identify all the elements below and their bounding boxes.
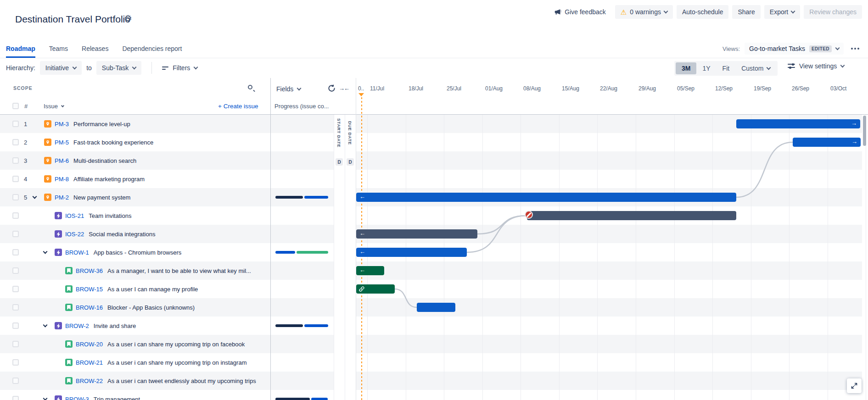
row-number: 2 [24, 139, 27, 146]
expand-chevron-icon[interactable] [43, 396, 48, 400]
row-number: 1 [24, 121, 27, 128]
issue-title: Blocker - App Basics (unknowns) [107, 304, 195, 311]
dependency-line-IOS-22-IOS-21 [477, 216, 527, 234]
issue-title: Team invitations [89, 212, 131, 219]
row-checkbox[interactable] [12, 304, 19, 311]
issue-row-BROW-3: BROW-3Trip management [0, 390, 270, 400]
gantt-bar-PM-3[interactable]: → [736, 119, 860, 128]
issue-title: As a user i can share my upcoming trip o… [107, 341, 245, 348]
issue-title: As a user i can tweet endlessly about my… [107, 378, 256, 384]
row-checkbox[interactable] [12, 194, 19, 200]
expand-chevron-icon[interactable] [33, 194, 37, 199]
row-checkbox[interactable] [12, 378, 19, 384]
continues-left-icon: ← [359, 267, 365, 273]
epic-icon [55, 230, 62, 238]
epic-icon [55, 249, 62, 256]
issue-key-link[interactable]: PM-6 [55, 157, 69, 164]
dependency-line-BROW-15-BROW-16 [395, 289, 417, 307]
issue-key-link[interactable]: PM-3 [55, 121, 69, 128]
issue-key-link[interactable]: BROW-3 [65, 396, 89, 400]
issue-key-link[interactable]: PM-5 [55, 139, 69, 146]
row-checkbox[interactable] [12, 267, 19, 274]
issue-key-link[interactable]: IOS-22 [65, 231, 84, 238]
epic-icon [55, 395, 62, 400]
progress-bar-segment [275, 196, 303, 199]
fullscreen-button[interactable] [847, 378, 862, 393]
story-icon [65, 285, 73, 293]
link-icon [358, 286, 365, 292]
continues-left-icon: ← [359, 193, 365, 200]
issue-row-BROW-22: BROW-22As a user i can tweet endlessly a… [0, 372, 270, 390]
issue-key-link[interactable]: BROW-16 [76, 304, 103, 311]
gantt-bar-PM-5[interactable]: → [793, 138, 861, 147]
row-checkbox[interactable] [12, 359, 19, 366]
blocked-sprint-icon[interactable] [525, 211, 533, 219]
row-checkbox[interactable] [12, 231, 19, 237]
row-checkbox[interactable] [12, 341, 19, 347]
progress-bar-segment [275, 324, 303, 327]
issue-row-BROW-36: BROW-36As a manager, I want to be able t… [0, 261, 270, 280]
issue-key-link[interactable]: PM-8 [55, 176, 69, 183]
issue-row-PM-8: 4PM-8Affiliate marketing program [0, 170, 270, 188]
progress-bar-segment [275, 251, 295, 254]
row-checkbox[interactable] [12, 139, 19, 145]
gantt-bar-BROW-15[interactable] [356, 284, 395, 294]
row-number: 5 [24, 194, 27, 201]
issue-title: Multi-destination search [73, 157, 136, 164]
gantt-bar-IOS-22[interactable]: ← [356, 229, 477, 239]
expand-chevron-icon[interactable] [43, 249, 48, 254]
row-checkbox[interactable] [12, 249, 19, 256]
issue-row-PM-3: 1PM-3Performance level-up [0, 115, 270, 133]
row-checkbox[interactable] [12, 396, 19, 400]
issue-key-link[interactable]: IOS-21 [65, 212, 84, 219]
progress-bar-segment [311, 398, 328, 400]
gantt-bar-BROW-1[interactable]: ← [356, 248, 467, 257]
dependency-line-PM-2-PM-5 [736, 142, 793, 197]
issue-key-link[interactable]: BROW-20 [76, 341, 103, 348]
gantt-bar-BROW-16[interactable] [417, 303, 455, 312]
story-icon [65, 377, 73, 384]
issue-key-link[interactable]: BROW-36 [76, 267, 103, 274]
issue-title: As a manager, I want to be able to view … [107, 267, 251, 274]
issue-row-BROW-21: BROW-21As a user i can share my upcoming… [0, 353, 270, 372]
initiative-icon [44, 120, 51, 128]
issue-key-link[interactable]: PM-2 [55, 194, 69, 201]
issue-title: Social media integrations [89, 231, 155, 238]
row-checkbox[interactable] [12, 176, 19, 182]
progress-bar-segment [297, 251, 328, 254]
issue-title: Trip management [94, 396, 140, 400]
progress-bar-segment [304, 196, 328, 199]
continues-right-icon: → [851, 138, 857, 145]
row-checkbox[interactable] [12, 121, 19, 127]
initiative-icon [44, 139, 51, 146]
row-checkbox[interactable] [12, 286, 19, 292]
advanced-roadmaps-app: Destination Travel Portfolio ⚙ Give feed… [0, 0, 868, 400]
issue-title: New payment system [73, 194, 130, 201]
story-icon [65, 359, 73, 366]
issue-title: As a user I can manage my profile [107, 286, 198, 293]
vertical-scrollbar[interactable] [863, 116, 866, 146]
story-icon [65, 340, 73, 348]
row-checkbox[interactable] [12, 322, 19, 329]
initiative-icon [44, 157, 51, 164]
row-number: 4 [24, 176, 27, 183]
row-checkbox[interactable] [12, 212, 19, 219]
gantt-bar-PM-2[interactable]: ← [356, 193, 736, 202]
expand-chevron-icon[interactable] [43, 322, 48, 327]
gantt-bar-IOS-21[interactable] [527, 211, 736, 220]
row-number: 3 [24, 157, 27, 164]
issue-key-link[interactable]: BROW-15 [76, 286, 103, 293]
issue-title: Affiliate marketing program [73, 176, 145, 183]
epic-icon [55, 322, 62, 329]
gantt-bar-BROW-36[interactable]: ← [356, 266, 384, 275]
progress-bar-segment [275, 398, 310, 400]
issue-key-link[interactable]: BROW-1 [65, 249, 89, 256]
row-checkbox[interactable] [12, 157, 19, 164]
issue-title: Performance level-up [73, 121, 130, 128]
issue-key-link[interactable]: BROW-2 [65, 322, 89, 329]
issue-row-PM-6: 3PM-6Multi-destination search [0, 151, 270, 170]
issue-key-link[interactable]: BROW-21 [76, 359, 103, 366]
initiative-icon [44, 175, 51, 183]
issue-row-PM-2: 5PM-2New payment system [0, 188, 270, 206]
issue-key-link[interactable]: BROW-22 [76, 378, 103, 384]
